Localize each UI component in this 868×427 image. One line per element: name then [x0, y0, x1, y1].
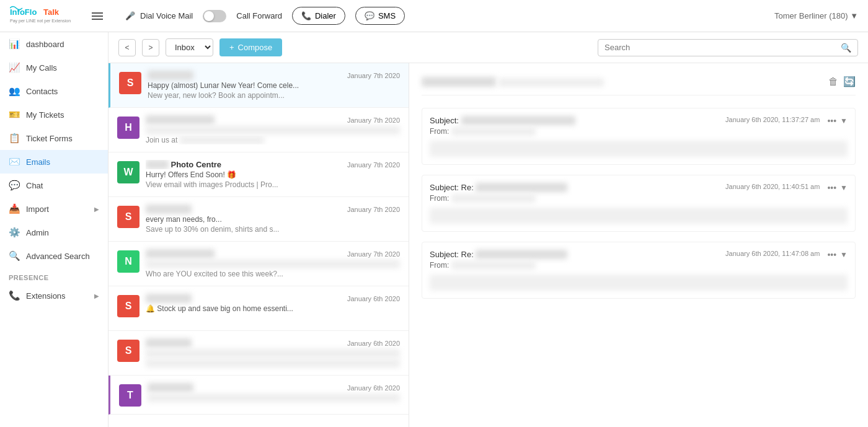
sidebar-item-emails[interactable]: ✉️ Emails [0, 150, 108, 174]
sidebar-item-label: Extensions [26, 291, 66, 301]
email-sender: ████████████ [146, 249, 215, 258]
sidebar-item-contacts[interactable]: 👥 Contacts [0, 79, 108, 103]
thread-expand-button[interactable]: ▼ [840, 117, 848, 125]
import-icon: 📥 [9, 203, 20, 214]
sidebar-item-ticket-forms[interactable]: 📋 Ticket Forms [0, 126, 108, 150]
email-date: January 7th 2020 [347, 117, 400, 124]
avatar: W [117, 161, 140, 183]
email-toolbar: < > Inbox Sent Drafts Trash + Compose 🔍 [108, 32, 868, 63]
more-options-button[interactable]: ••• [827, 183, 836, 193]
sidebar-item-label: My Calls [26, 63, 57, 73]
email-sender: ████████ [148, 383, 193, 392]
email-date: January 6th 2020 [347, 295, 400, 302]
dialer-button[interactable]: 📞 Dialer [292, 7, 345, 25]
avatar: S [117, 206, 140, 228]
sidebar-item-import[interactable]: 📥 Import ▶ [0, 197, 108, 221]
email-preview: View email with images Products | Pro... [146, 180, 400, 189]
user-menu[interactable]: Tomer Berliner (180) ▼ [774, 11, 858, 20]
thread-expand-button[interactable]: ▼ [840, 250, 848, 259]
svg-text:Pay per LINE not per Extension: Pay per LINE not per Extension [10, 19, 71, 24]
email-list-item[interactable]: S ████████ January 6th 2020 🔔 Stock up a… [108, 286, 409, 331]
sidebar-item-label: Chat [26, 181, 43, 190]
email-content: ████████████ January 7th 2020 ██████████… [146, 249, 400, 278]
email-subject: Hurry! Offers End Soon! 🎁 [146, 170, 400, 179]
thread-subject: Subject: ████████████████████ [430, 116, 715, 125]
dial-voicemail[interactable]: 🎤 Dial Voice Mail [125, 11, 193, 20]
emails-icon: ✉️ [9, 156, 20, 167]
email-date: January 6th 2020 [347, 384, 400, 392]
sidebar-item-my-tickets[interactable]: 🎫 My Tickets [0, 103, 108, 126]
avatar: H [117, 117, 140, 139]
email-subject: Happy (almost) Lunar New Year! Come cele… [148, 81, 400, 90]
delete-button[interactable]: 🗑 [828, 76, 838, 87]
sidebar-item-advanced-search[interactable]: 🔍 Advanced Search [0, 244, 108, 268]
avatar: S [119, 72, 141, 94]
email-list: S ████████ January 7th 2020 Happy (almos… [108, 63, 409, 427]
more-options-button[interactable]: ••• [827, 116, 836, 126]
logo: InfoFlo Talk Pay per LINE not per Extens… [10, 5, 84, 27]
email-detail: ████████████ ████████████████████ 🗑 🔄 Su… [409, 63, 868, 427]
email-list-item[interactable]: W ████ Photo Centre January 7th 2020 Hur… [108, 152, 409, 197]
avatar: S [117, 340, 140, 362]
email-list-item[interactable]: S ████████ January 7th 2020 every man ne… [108, 197, 409, 242]
thread-date: January 6th 2020, 11:37:27 am [725, 116, 820, 123]
email-subject: 🔔 Stock up and save big on home essenti.… [146, 304, 400, 313]
email-list-item[interactable]: T ████████ January 6th 2020 ████████████… [108, 376, 409, 415]
more-options-button[interactable]: ••• [827, 250, 836, 260]
thread-body: ████████████████████████████████████████… [430, 141, 848, 157]
sms-button[interactable]: 💬 SMS [355, 7, 405, 25]
thread-header: Subject: Re: ████████████████ From: ████… [430, 250, 848, 270]
email-sender: ████████████ [146, 115, 215, 125]
sidebar-item-chat[interactable]: 💬 Chat [0, 174, 108, 197]
microphone-icon: 🎤 [125, 11, 135, 20]
chevron-down-icon: ▼ [850, 11, 858, 20]
email-content: ████████████ January 7th 2020 ██████████… [146, 115, 400, 144]
prev-button[interactable]: < [118, 39, 136, 56]
email-sender: ████████ [146, 205, 192, 214]
thread-expand-button[interactable]: ▼ [840, 183, 848, 192]
sidebar-item-my-calls[interactable]: 📈 My Calls [0, 56, 108, 79]
avatar: N [117, 250, 140, 273]
email-list-item[interactable]: N ████████████ January 7th 2020 ████████… [108, 242, 409, 286]
sidebar: 📊 dashboard 📈 My Calls 👥 Contacts 🎫 My T… [0, 32, 108, 427]
thread-meta: Subject: Re: ████████████████ From: ████… [430, 250, 715, 270]
search-input[interactable] [604, 43, 836, 52]
call-forward-label: Call Forward [236, 11, 282, 20]
thread-body: ████████████████████████████████████████… [430, 275, 848, 291]
dashboard-icon: 📊 [9, 38, 20, 50]
sidebar-item-label: Import [26, 205, 49, 214]
sender-name: ████████████ [422, 77, 496, 87]
email-date: January 6th 2020 [347, 340, 400, 347]
detail-header: ████████████ ████████████████████ 🗑 🔄 [422, 76, 856, 95]
thread-actions: ••• ▼ [827, 250, 848, 260]
inbox-select[interactable]: Inbox Sent Drafts Trash [166, 38, 213, 56]
sidebar-item-admin[interactable]: ⚙️ Admin [0, 221, 108, 244]
email-body: S ████████ January 7th 2020 Happy (almos… [108, 63, 868, 427]
sidebar-item-dashboard[interactable]: 📊 dashboard [0, 32, 108, 56]
calls-icon: 📈 [9, 62, 20, 73]
sidebar-item-extensions[interactable]: 📞 Extensions ▶ [0, 284, 108, 307]
email-date: January 7th 2020 [347, 250, 400, 258]
sidebar-item-label: Admin [26, 228, 49, 237]
thread-meta: Subject: Re: ████████████████ From: ████… [430, 183, 715, 203]
chat-icon: 💬 [9, 180, 20, 191]
email-list-item[interactable]: H ████████████ January 7th 2020 ████████… [108, 108, 409, 152]
sms-icon: 💬 [365, 11, 374, 20]
email-list-item[interactable]: S ████████ January 7th 2020 Happy (almos… [108, 63, 409, 108]
email-thread-item: Subject: ████████████████████ From: ████… [422, 108, 856, 165]
compose-button[interactable]: + Compose [219, 38, 282, 56]
chevron-right-icon: ▶ [94, 206, 99, 213]
avatar: T [119, 384, 141, 407]
thread-subject: Subject: Re: ████████████████ [430, 183, 715, 192]
search-icon[interactable]: 🔍 [841, 43, 851, 53]
email-sender: ████████ [146, 294, 192, 303]
call-forward-toggle[interactable] [203, 10, 226, 22]
email-list-item[interactable]: S ████████ January 6th 2020 ████████████… [108, 331, 409, 376]
refresh-button[interactable]: 🔄 [843, 76, 856, 87]
hamburger-menu[interactable] [92, 12, 103, 20]
thread-header: Subject: ████████████████████ From: ████… [430, 116, 848, 136]
next-button[interactable]: > [142, 39, 159, 56]
sidebar-item-label: My Tickets [26, 110, 64, 120]
thread-subject: Subject: Re: ████████████████ [430, 250, 715, 259]
email-preview: ████████████████████████ [146, 359, 400, 368]
